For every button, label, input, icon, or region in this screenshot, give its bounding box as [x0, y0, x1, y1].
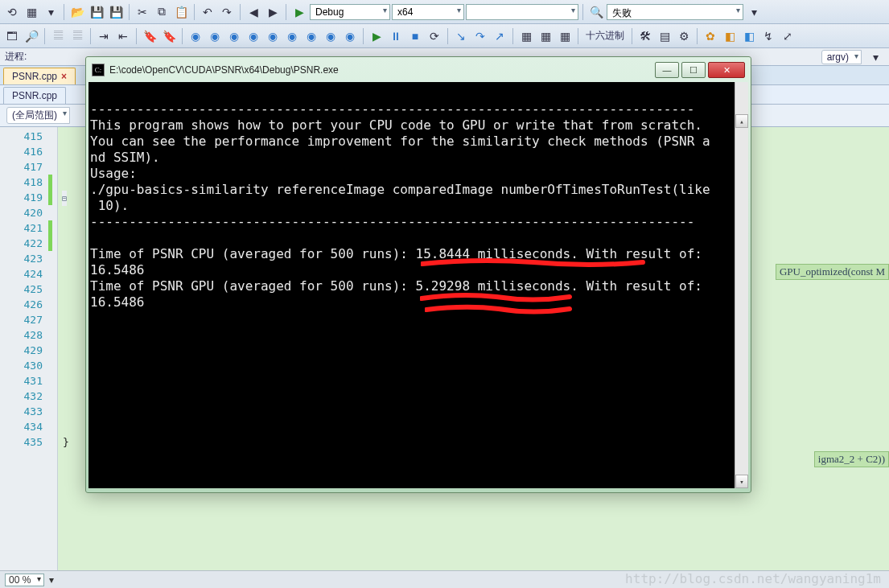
step-out-icon[interactable]: ↗: [491, 27, 508, 45]
process-label: 进程:: [5, 50, 27, 64]
copy-icon[interactable]: ⧉: [153, 3, 171, 21]
console-icon: C:: [92, 64, 105, 76]
step-grp-7-icon[interactable]: ◉: [303, 27, 320, 45]
step-into-icon[interactable]: ↘: [452, 27, 470, 45]
console-body[interactable]: ----------------------------------------…: [88, 82, 748, 488]
step-grp-8-icon[interactable]: ◉: [322, 27, 340, 45]
dbg-restart-icon[interactable]: ⟳: [426, 27, 443, 45]
argv-pill[interactable]: argv): [821, 50, 862, 64]
wnd-1-icon[interactable]: ▦: [517, 27, 535, 45]
config-dropdown[interactable]: Debug: [310, 4, 390, 20]
maximize-button[interactable]: ☐: [681, 62, 706, 78]
console-titlebar[interactable]: C: E:\code\OpenCV\CUDA\PSNR\x64\Debug\PS…: [88, 60, 748, 80]
open-icon[interactable]: 📂: [68, 3, 86, 21]
tool-c-icon[interactable]: ⚙: [675, 27, 693, 45]
line-gutter: 4154164174184194204214224234244254264274…: [0, 127, 58, 588]
close-icon[interactable]: ×: [61, 71, 67, 82]
zoom-separator-icon: ▾: [49, 574, 54, 586]
tool-a-icon[interactable]: 🛠: [636, 27, 654, 45]
undo-icon[interactable]: ↶: [199, 3, 216, 21]
run-icon[interactable]: ▶: [290, 3, 308, 21]
paste-icon[interactable]: 📋: [172, 3, 190, 21]
uncomment-icon[interactable]: 𝄚: [68, 27, 86, 45]
code-fragment-expr: igma2_2 + C2)): [814, 451, 889, 467]
close-button[interactable]: ✕: [708, 62, 745, 78]
indent-icon[interactable]: ⇥: [95, 27, 113, 45]
ext-4-icon[interactable]: ↯: [759, 27, 777, 45]
watermark: http://blog.csdn.net/wangyaning1m: [625, 571, 881, 586]
dbg-pause-icon[interactable]: ⏸: [387, 27, 405, 45]
ext-2-icon[interactable]: ◧: [721, 27, 739, 45]
platform-dropdown[interactable]: x64: [392, 4, 464, 20]
tab-psnr-cpp[interactable]: PSNR.cpp ×: [3, 68, 76, 84]
bookmark-next-icon[interactable]: 🔖: [160, 27, 178, 45]
zoom-dropdown[interactable]: 00 %: [5, 574, 44, 586]
format-icon[interactable]: 🗔: [3, 27, 21, 45]
toolbar-overflow-icon[interactable]: ▾: [745, 3, 763, 21]
toolbar-row-2: 🗔 🔎 𝄚 𝄚 ⇥ ⇤ 🔖 🔖 ◉ ◉ ◉ ◉ ◉ ◉ ◉ ◉ ◉ ▶ ⏸ ■ …: [0, 24, 889, 48]
process-overflow-icon[interactable]: ▾: [866, 48, 884, 66]
step-grp-2-icon[interactable]: ◉: [206, 27, 224, 45]
outdent-icon[interactable]: ⇤: [114, 27, 132, 45]
comment-icon[interactable]: 𝄚: [49, 27, 67, 45]
redo-icon[interactable]: ↷: [218, 3, 236, 21]
nav-back-history-icon[interactable]: ◀: [245, 3, 262, 21]
scroll-up-icon[interactable]: ▴: [735, 114, 748, 128]
step-grp-6-icon[interactable]: ◉: [283, 27, 301, 45]
dbg-run-icon[interactable]: ▶: [368, 27, 385, 45]
scroll-down-icon[interactable]: ▾: [735, 475, 748, 488]
step-grp-4-icon[interactable]: ◉: [245, 27, 262, 45]
console-window[interactable]: C: E:\code\OpenCV\CUDA\PSNR\x64\Debug\PS…: [85, 56, 751, 493]
minimize-button[interactable]: —: [655, 62, 679, 78]
step-grp-1-icon[interactable]: ◉: [187, 27, 204, 45]
wnd-3-icon[interactable]: ▦: [556, 27, 574, 45]
ext-3-icon[interactable]: ◧: [740, 27, 758, 45]
target-dropdown[interactable]: [466, 4, 578, 20]
step-grp-9-icon[interactable]: ◉: [341, 27, 359, 45]
step-grp-3-icon[interactable]: ◉: [225, 27, 243, 45]
step-over-icon[interactable]: ↷: [471, 27, 489, 45]
status-bar: 00 % ▾ http://blog.csdn.net/wangyaning1m: [0, 570, 889, 588]
encoding-label: 十六进制: [586, 29, 624, 43]
tool-b-icon[interactable]: ▤: [656, 27, 673, 45]
cut-icon[interactable]: ✂: [134, 3, 151, 21]
toolbar-row-1: ⟲ ▦ ▾ 📂 💾 💾 ✂ ⧉ 📋 ↶ ↷ ◀ ▶ ▶ Debug x64 🔍 …: [0, 0, 889, 24]
add-new-icon[interactable]: ▦: [23, 3, 40, 21]
ext-5-icon[interactable]: ⤢: [779, 27, 796, 45]
bookmark-icon[interactable]: 🔖: [141, 27, 158, 45]
dbg-stop-icon[interactable]: ■: [406, 27, 424, 45]
find-icon[interactable]: 🔍: [587, 3, 605, 21]
wnd-2-icon[interactable]: ▦: [537, 27, 554, 45]
status-dropdown[interactable]: 失败: [607, 4, 743, 20]
scope-dropdown[interactable]: (全局范围): [6, 107, 70, 124]
save-all-icon[interactable]: 💾: [107, 3, 125, 21]
annotation-underline-1: [421, 257, 646, 272]
tab-label: PSNR.cpp: [12, 90, 57, 101]
ext-1-icon[interactable]: ✿: [702, 27, 719, 45]
tab-label: PSNR.cpp: [12, 71, 57, 82]
tab-psnr-cpp-secondary[interactable]: PSNR.cpp: [3, 87, 66, 104]
save-icon[interactable]: 💾: [88, 3, 105, 21]
console-scrollbar[interactable]: ▴ ▾: [735, 82, 748, 488]
step-grp-5-icon[interactable]: ◉: [264, 27, 282, 45]
find-in-files-icon[interactable]: 🔎: [23, 27, 40, 45]
console-title: E:\code\OpenCV\CUDA\PSNR\x64\Debug\PSNR.…: [109, 64, 652, 76]
annotation-underline-3: [425, 304, 572, 317]
code-fragment-fn: GPU_optimized(const M: [776, 264, 889, 280]
dropdown-icon[interactable]: ▾: [42, 3, 60, 21]
nav-fwd-history-icon[interactable]: ▶: [264, 3, 282, 21]
nav-back-icon[interactable]: ⟲: [3, 3, 21, 21]
